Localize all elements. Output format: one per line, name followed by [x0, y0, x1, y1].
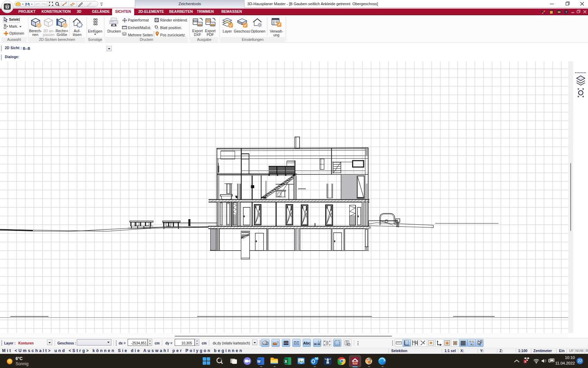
svg-text:W: W [257, 360, 261, 363]
svg-text:3: 3 [524, 360, 526, 363]
svg-text:?: ? [565, 10, 567, 14]
svg-text:X: X [285, 359, 287, 363]
svg-text:DWG: DWG [193, 20, 197, 22]
svg-text:1,2: 1,2 [318, 340, 321, 343]
svg-text:7: 7 [470, 341, 471, 343]
svg-text:Abc: Abc [303, 341, 311, 345]
svg-text:PDF: PDF [206, 20, 211, 22]
